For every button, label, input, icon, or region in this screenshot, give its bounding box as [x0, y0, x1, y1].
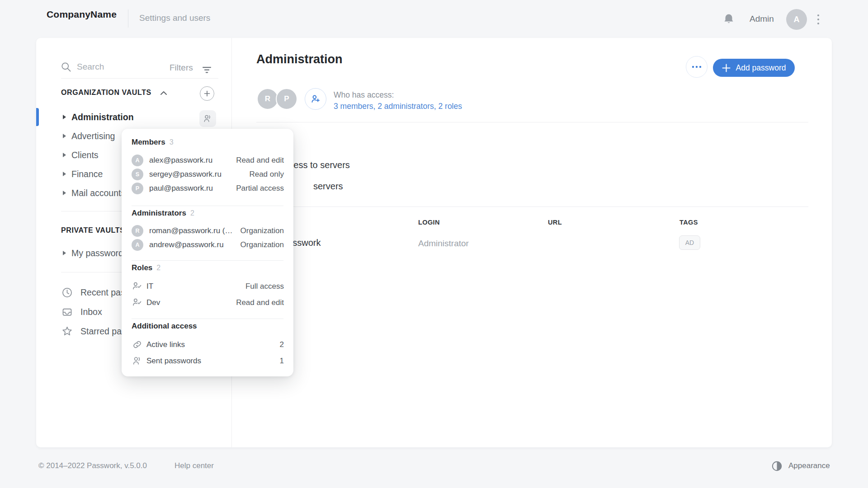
appearance-button[interactable]: Appearance — [788, 461, 830, 470]
roles-section-title: Roles2 — [132, 263, 160, 272]
filters-button[interactable]: Filters — [170, 63, 193, 73]
section-count: 3 — [170, 138, 174, 146]
caret-right-icon — [63, 115, 66, 119]
active-links-row[interactable]: Active links 2 — [132, 338, 284, 351]
member-row[interactable]: S sergey@passwork.ru Read only — [132, 168, 284, 180]
avatar: A — [132, 155, 143, 166]
role-row[interactable]: Dev Read and edit — [132, 296, 284, 309]
vault-label: Advertising — [71, 131, 115, 141]
tag-badge[interactable]: AD — [679, 235, 700, 250]
member-email: sergey@passwork.ru — [149, 170, 222, 179]
notifications-bell-icon[interactable] — [722, 12, 736, 26]
avatar: S — [132, 169, 143, 180]
column-header-login: LOGIN — [418, 219, 440, 226]
vault-label: Administration — [71, 112, 134, 122]
folder-item[interactable]: servers — [313, 181, 343, 192]
sidebar-item-administration[interactable]: Administration — [63, 108, 194, 127]
member-row[interactable]: A alex@passwork.ru Read and edit — [132, 154, 284, 166]
appearance-contrast-icon[interactable] — [771, 460, 783, 472]
administrator-email: roman@passwork.ru (… — [149, 226, 232, 235]
sidebar-item-inbox[interactable]: Inbox — [80, 307, 102, 317]
help-center-link[interactable]: Help center — [175, 461, 214, 470]
password-login: Administrator — [418, 239, 469, 249]
vault-access-button[interactable] — [199, 110, 216, 127]
org-vaults-header: ORGANIZATION VAULTS — [61, 89, 151, 97]
member-access: Read only — [249, 170, 284, 179]
active-vault-indicator — [36, 108, 39, 126]
avatar: R — [132, 225, 143, 237]
section-count: 2 — [156, 264, 160, 272]
caret-right-icon — [63, 153, 66, 157]
filter-icon[interactable] — [201, 63, 213, 75]
section-title: Members — [132, 138, 165, 146]
add-password-label: Add password — [736, 63, 786, 73]
role-name: Dev — [146, 298, 160, 307]
avatar[interactable]: P — [276, 88, 297, 110]
member-row[interactable]: P paul@passwork.ru Partial access — [132, 182, 284, 194]
members-section-title: Members3 — [132, 138, 174, 147]
popover-divider — [132, 260, 283, 261]
role-icon — [132, 281, 143, 292]
role-access: Full access — [245, 282, 284, 291]
caret-right-icon — [63, 191, 66, 195]
people-icon — [132, 355, 143, 366]
access-summary-links[interactable]: 3 members, 2 administrators, 2 roles — [334, 102, 462, 111]
add-member-button[interactable] — [305, 88, 326, 110]
column-header-tags: TAGS — [679, 219, 698, 226]
add-vault-button[interactable] — [200, 86, 214, 101]
vault-label: Finance — [71, 169, 103, 179]
who-has-access-label: Who has access: — [334, 90, 394, 100]
private-vaults-header: PRIVATE VAULTS — [61, 226, 125, 235]
clock-icon — [61, 286, 73, 299]
administrator-access: Organization — [241, 240, 284, 249]
copyright-text: © 2014–2022 Passwork, v.5.0.0 — [38, 461, 147, 470]
administrator-row[interactable]: A andrew@passwork.ru Organization — [132, 239, 284, 251]
avatar[interactable]: R — [258, 89, 278, 109]
column-header-url: URL — [548, 219, 562, 226]
vault-label: Clients — [71, 150, 99, 160]
avatar: P — [132, 183, 143, 194]
caret-right-icon — [63, 172, 66, 176]
role-access: Read and edit — [236, 298, 284, 307]
app-logo-text[interactable]: CompanyName — [47, 9, 117, 20]
popover-divider — [132, 206, 283, 206]
inbox-icon — [61, 306, 73, 318]
administrator-access: Organization — [241, 226, 284, 235]
additional-access-value: 1 — [280, 357, 284, 366]
role-row[interactable]: IT Full access — [132, 280, 284, 292]
sidebar-search-divider — [61, 78, 218, 79]
page-title: Administration — [256, 52, 343, 66]
chevron-up-icon[interactable] — [159, 89, 168, 97]
caret-right-icon — [63, 134, 66, 138]
section-count: 2 — [190, 209, 194, 217]
role-name: IT — [146, 282, 153, 291]
main-header-divider — [256, 122, 808, 122]
vault-label: Mail accounts — [71, 188, 125, 198]
sent-passwords-row[interactable]: Sent passwords 1 — [132, 355, 284, 367]
search-input[interactable] — [76, 61, 155, 72]
additional-access-value: 2 — [280, 340, 284, 349]
administrator-row[interactable]: R roman@passwork.ru (… Organization — [132, 225, 284, 237]
access-popover: Members3 A alex@passwork.ru Read and edi… — [122, 129, 293, 376]
popover-divider — [132, 319, 283, 319]
kebab-menu-icon[interactable] — [815, 12, 822, 28]
user-name-label[interactable]: Admin — [750, 14, 774, 24]
additional-access-label: Sent passwords — [146, 357, 201, 366]
avatar[interactable]: A — [786, 9, 807, 30]
add-password-button[interactable]: Add password — [713, 59, 795, 77]
administrator-email: andrew@passwork.ru — [149, 240, 224, 249]
administrators-section-title: Administrators2 — [132, 209, 194, 218]
plus-icon — [722, 64, 731, 72]
section-title: Administrators — [132, 209, 186, 217]
more-actions-button[interactable] — [686, 56, 708, 78]
avatar: A — [132, 239, 143, 251]
star-icon — [61, 325, 73, 338]
caret-right-icon — [63, 251, 66, 255]
member-email: alex@passwork.ru — [149, 156, 212, 165]
role-icon — [132, 297, 143, 308]
vault-label: My passwords — [71, 248, 128, 258]
topbar-section-title: Settings and users — [139, 13, 210, 23]
section-title: Roles — [132, 263, 152, 272]
member-access: Partial access — [236, 184, 284, 193]
member-access: Read and edit — [236, 156, 284, 165]
